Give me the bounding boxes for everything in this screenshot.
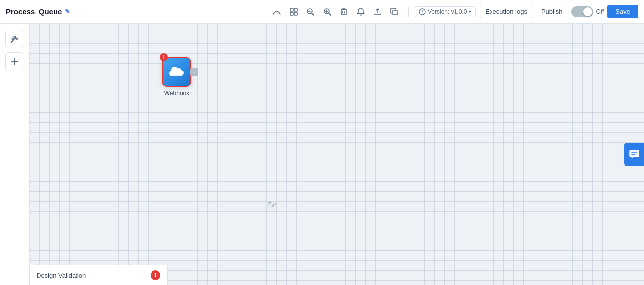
delete-button[interactable] [336,4,352,20]
grid-tool-button[interactable] [286,4,302,20]
execution-logs-button[interactable]: Execution logs [480,5,532,18]
title-text: Process_Queue [6,7,62,16]
toolbar-group [269,4,402,20]
node-label: Webhook [164,90,189,97]
left-sidebar [0,24,30,285]
svg-rect-1 [294,8,297,11]
node-error-badge: 1 [160,53,168,61]
upload-button[interactable] [370,4,385,20]
copy-button[interactable] [386,4,402,20]
svg-rect-3 [294,12,297,15]
node-box[interactable]: › [162,57,191,87]
publish-button[interactable]: Publish [536,5,568,18]
tools-button[interactable] [5,30,24,48]
error-count-badge: 1 [151,270,160,280]
chat-icon [629,149,640,160]
svg-point-17 [422,12,422,13]
canvas[interactable]: 1 › Webhook ☞ Design Validation 1 [30,24,644,285]
svg-rect-11 [341,10,346,15]
svg-line-10 [329,13,331,15]
toggle-switch[interactable] [571,6,593,17]
version-text: Version: v1.0.0 [428,8,467,15]
design-validation-label: Design Validation [37,272,86,279]
version-badge[interactable]: Version: v1.0.0 ▾ [415,6,476,17]
page-title: Process_Queue ✎ [6,7,70,16]
svg-line-6 [312,13,314,15]
svg-rect-20 [630,150,639,157]
header: Process_Queue ✎ [0,0,644,24]
zoom-out-button[interactable] [303,4,318,20]
curve-tool-button[interactable] [269,4,285,20]
edit-icon[interactable]: ✎ [65,8,70,15]
toggle-knob [583,7,592,16]
toggle-label: Off [596,8,604,15]
webhook-node[interactable]: 1 › Webhook [162,57,191,97]
cursor: ☞ [268,199,277,211]
svg-rect-0 [290,8,293,11]
design-validation-panel[interactable]: Design Validation 1 [30,265,168,285]
cloud-icon [168,66,185,78]
right-panel-button[interactable] [624,142,644,166]
add-node-button[interactable] [5,52,24,71]
main-area: 1 › Webhook ☞ Design Validation 1 [0,24,644,285]
svg-rect-2 [290,12,293,15]
separator-1 [408,7,409,17]
bell-button[interactable] [353,4,369,20]
toggle-container: Off [571,6,604,17]
save-button[interactable]: Save [607,5,638,18]
zoom-in-button[interactable] [319,4,335,20]
svg-rect-14 [393,10,397,15]
node-expand-arrow[interactable]: › [190,68,198,76]
version-caret-icon: ▾ [469,9,471,14]
